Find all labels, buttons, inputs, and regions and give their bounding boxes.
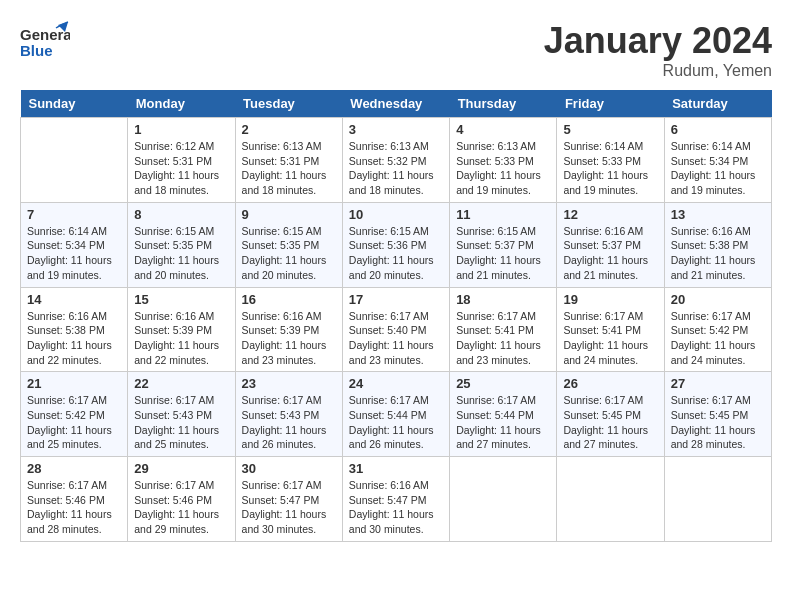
day-info: Sunrise: 6:16 AM Sunset: 5:38 PM Dayligh… (671, 224, 765, 283)
day-info: Sunrise: 6:13 AM Sunset: 5:31 PM Dayligh… (242, 139, 336, 198)
day-number: 19 (563, 292, 657, 307)
week-row-1: 1Sunrise: 6:12 AM Sunset: 5:31 PM Daylig… (21, 118, 772, 203)
day-info: Sunrise: 6:12 AM Sunset: 5:31 PM Dayligh… (134, 139, 228, 198)
location: Rudum, Yemen (544, 62, 772, 80)
day-cell: 17Sunrise: 6:17 AM Sunset: 5:40 PM Dayli… (342, 287, 449, 372)
day-number: 27 (671, 376, 765, 391)
col-header-friday: Friday (557, 90, 664, 118)
day-cell: 25Sunrise: 6:17 AM Sunset: 5:44 PM Dayli… (450, 372, 557, 457)
day-info: Sunrise: 6:15 AM Sunset: 5:36 PM Dayligh… (349, 224, 443, 283)
day-number: 20 (671, 292, 765, 307)
day-cell: 10Sunrise: 6:15 AM Sunset: 5:36 PM Dayli… (342, 202, 449, 287)
logo: General Blue (20, 20, 70, 65)
day-cell: 3Sunrise: 6:13 AM Sunset: 5:32 PM Daylig… (342, 118, 449, 203)
day-info: Sunrise: 6:14 AM Sunset: 5:34 PM Dayligh… (27, 224, 121, 283)
col-header-sunday: Sunday (21, 90, 128, 118)
day-cell: 9Sunrise: 6:15 AM Sunset: 5:35 PM Daylig… (235, 202, 342, 287)
day-number: 6 (671, 122, 765, 137)
day-info: Sunrise: 6:15 AM Sunset: 5:35 PM Dayligh… (134, 224, 228, 283)
day-cell: 24Sunrise: 6:17 AM Sunset: 5:44 PM Dayli… (342, 372, 449, 457)
day-cell (21, 118, 128, 203)
day-number: 2 (242, 122, 336, 137)
day-number: 16 (242, 292, 336, 307)
day-info: Sunrise: 6:16 AM Sunset: 5:47 PM Dayligh… (349, 478, 443, 537)
day-cell: 29Sunrise: 6:17 AM Sunset: 5:46 PM Dayli… (128, 457, 235, 542)
day-number: 25 (456, 376, 550, 391)
day-info: Sunrise: 6:16 AM Sunset: 5:38 PM Dayligh… (27, 309, 121, 368)
col-header-thursday: Thursday (450, 90, 557, 118)
day-info: Sunrise: 6:15 AM Sunset: 5:35 PM Dayligh… (242, 224, 336, 283)
day-cell (557, 457, 664, 542)
day-number: 21 (27, 376, 121, 391)
day-cell: 23Sunrise: 6:17 AM Sunset: 5:43 PM Dayli… (235, 372, 342, 457)
calendar-table: SundayMondayTuesdayWednesdayThursdayFrid… (20, 90, 772, 542)
day-number: 23 (242, 376, 336, 391)
day-number: 26 (563, 376, 657, 391)
day-info: Sunrise: 6:14 AM Sunset: 5:33 PM Dayligh… (563, 139, 657, 198)
col-header-tuesday: Tuesday (235, 90, 342, 118)
day-number: 13 (671, 207, 765, 222)
day-cell: 13Sunrise: 6:16 AM Sunset: 5:38 PM Dayli… (664, 202, 771, 287)
day-info: Sunrise: 6:17 AM Sunset: 5:42 PM Dayligh… (27, 393, 121, 452)
day-cell: 22Sunrise: 6:17 AM Sunset: 5:43 PM Dayli… (128, 372, 235, 457)
day-info: Sunrise: 6:17 AM Sunset: 5:45 PM Dayligh… (563, 393, 657, 452)
day-info: Sunrise: 6:16 AM Sunset: 5:37 PM Dayligh… (563, 224, 657, 283)
col-header-monday: Monday (128, 90, 235, 118)
day-number: 7 (27, 207, 121, 222)
day-number: 24 (349, 376, 443, 391)
logo-icon: General Blue (20, 20, 70, 65)
day-cell: 7Sunrise: 6:14 AM Sunset: 5:34 PM Daylig… (21, 202, 128, 287)
day-number: 17 (349, 292, 443, 307)
day-cell: 18Sunrise: 6:17 AM Sunset: 5:41 PM Dayli… (450, 287, 557, 372)
col-header-saturday: Saturday (664, 90, 771, 118)
day-cell: 8Sunrise: 6:15 AM Sunset: 5:35 PM Daylig… (128, 202, 235, 287)
day-cell: 2Sunrise: 6:13 AM Sunset: 5:31 PM Daylig… (235, 118, 342, 203)
day-cell: 27Sunrise: 6:17 AM Sunset: 5:45 PM Dayli… (664, 372, 771, 457)
day-cell: 14Sunrise: 6:16 AM Sunset: 5:38 PM Dayli… (21, 287, 128, 372)
day-cell: 5Sunrise: 6:14 AM Sunset: 5:33 PM Daylig… (557, 118, 664, 203)
day-number: 31 (349, 461, 443, 476)
day-info: Sunrise: 6:17 AM Sunset: 5:44 PM Dayligh… (456, 393, 550, 452)
week-row-2: 7Sunrise: 6:14 AM Sunset: 5:34 PM Daylig… (21, 202, 772, 287)
day-info: Sunrise: 6:17 AM Sunset: 5:41 PM Dayligh… (456, 309, 550, 368)
day-info: Sunrise: 6:13 AM Sunset: 5:33 PM Dayligh… (456, 139, 550, 198)
day-cell: 11Sunrise: 6:15 AM Sunset: 5:37 PM Dayli… (450, 202, 557, 287)
day-number: 29 (134, 461, 228, 476)
day-info: Sunrise: 6:13 AM Sunset: 5:32 PM Dayligh… (349, 139, 443, 198)
day-cell: 26Sunrise: 6:17 AM Sunset: 5:45 PM Dayli… (557, 372, 664, 457)
day-cell (664, 457, 771, 542)
day-info: Sunrise: 6:17 AM Sunset: 5:42 PM Dayligh… (671, 309, 765, 368)
day-cell: 12Sunrise: 6:16 AM Sunset: 5:37 PM Dayli… (557, 202, 664, 287)
day-info: Sunrise: 6:16 AM Sunset: 5:39 PM Dayligh… (242, 309, 336, 368)
day-cell: 1Sunrise: 6:12 AM Sunset: 5:31 PM Daylig… (128, 118, 235, 203)
day-cell (450, 457, 557, 542)
day-number: 22 (134, 376, 228, 391)
day-info: Sunrise: 6:14 AM Sunset: 5:34 PM Dayligh… (671, 139, 765, 198)
col-header-wednesday: Wednesday (342, 90, 449, 118)
day-number: 3 (349, 122, 443, 137)
day-cell: 28Sunrise: 6:17 AM Sunset: 5:46 PM Dayli… (21, 457, 128, 542)
day-cell: 4Sunrise: 6:13 AM Sunset: 5:33 PM Daylig… (450, 118, 557, 203)
header-row: SundayMondayTuesdayWednesdayThursdayFrid… (21, 90, 772, 118)
day-info: Sunrise: 6:17 AM Sunset: 5:41 PM Dayligh… (563, 309, 657, 368)
week-row-5: 28Sunrise: 6:17 AM Sunset: 5:46 PM Dayli… (21, 457, 772, 542)
day-cell: 21Sunrise: 6:17 AM Sunset: 5:42 PM Dayli… (21, 372, 128, 457)
day-cell: 30Sunrise: 6:17 AM Sunset: 5:47 PM Dayli… (235, 457, 342, 542)
month-title: January 2024 (544, 20, 772, 62)
day-cell: 31Sunrise: 6:16 AM Sunset: 5:47 PM Dayli… (342, 457, 449, 542)
day-cell: 16Sunrise: 6:16 AM Sunset: 5:39 PM Dayli… (235, 287, 342, 372)
day-info: Sunrise: 6:17 AM Sunset: 5:47 PM Dayligh… (242, 478, 336, 537)
day-number: 8 (134, 207, 228, 222)
day-number: 5 (563, 122, 657, 137)
day-cell: 20Sunrise: 6:17 AM Sunset: 5:42 PM Dayli… (664, 287, 771, 372)
day-number: 10 (349, 207, 443, 222)
day-info: Sunrise: 6:17 AM Sunset: 5:44 PM Dayligh… (349, 393, 443, 452)
day-info: Sunrise: 6:17 AM Sunset: 5:45 PM Dayligh… (671, 393, 765, 452)
week-row-4: 21Sunrise: 6:17 AM Sunset: 5:42 PM Dayli… (21, 372, 772, 457)
day-number: 1 (134, 122, 228, 137)
day-info: Sunrise: 6:17 AM Sunset: 5:43 PM Dayligh… (242, 393, 336, 452)
day-info: Sunrise: 6:16 AM Sunset: 5:39 PM Dayligh… (134, 309, 228, 368)
day-number: 14 (27, 292, 121, 307)
day-number: 15 (134, 292, 228, 307)
day-number: 4 (456, 122, 550, 137)
